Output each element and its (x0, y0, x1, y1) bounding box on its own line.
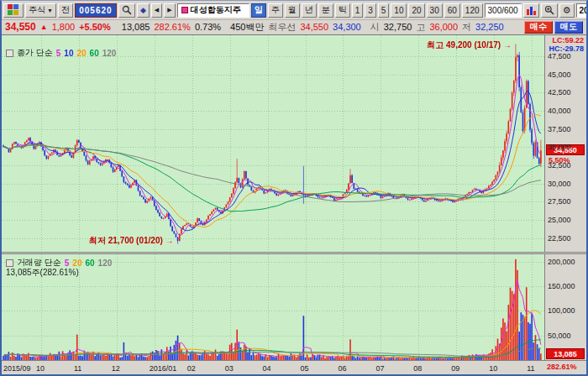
best-bid: 34,300 (333, 22, 361, 32)
time-axis-label: 09 (451, 364, 459, 373)
price-axis-label: 30,000 (548, 180, 571, 188)
annotation-low-arrow-icon: → (165, 236, 174, 245)
price-axis-label: 22,500 (548, 234, 571, 243)
price-axis-label: 32,500 (548, 161, 571, 170)
date-field[interactable]: 2016/11/18 (576, 3, 586, 18)
current-volume-pct: 282.61% (547, 363, 577, 371)
bar-count-field[interactable]: 300/600 (485, 3, 522, 18)
zoom-glyph (544, 5, 554, 15)
annotation-high-arrow-icon: → (503, 40, 512, 50)
lc-hc-readout: LC:59.22 HC:-29.78 (549, 36, 584, 53)
period-year-button[interactable]: 년 (302, 3, 317, 18)
stock-name-field[interactable]: 대성합동지주 (177, 3, 249, 18)
price-legend-title: 종가 단순 (17, 47, 53, 59)
price-change-pct: +5.50% (79, 22, 111, 32)
time-axis-label: 2016/01 (150, 364, 177, 373)
annotation-low-text: 최저 21,700 (01/20) (89, 236, 163, 245)
interval-120-button[interactable]: 120 (462, 3, 483, 18)
time-axis-label: 07 (375, 364, 384, 373)
time-axis-label: 11 (74, 364, 81, 373)
ma60-label: 60 (90, 49, 99, 58)
volume-axis-label: 100,000 (548, 306, 575, 315)
time-axis-label: 04 (263, 364, 271, 373)
interval-20-button[interactable]: 20 (408, 3, 424, 18)
current-price: 34,550 (5, 21, 36, 33)
stock-name-label: 대성합동지주 (191, 4, 241, 16)
volume-readout-text: 13,085주(282.61%) (6, 267, 79, 279)
time-axis: 2015/091011122016/0102030405060708091011 (2, 360, 586, 375)
vol-ma60-label: 60 (85, 258, 94, 268)
open-label: 시 (370, 21, 380, 34)
price-chart-canvas[interactable] (2, 35, 544, 252)
asset-type-select[interactable]: 주식 ▼ (25, 3, 56, 18)
price-change: 1,800 (52, 22, 76, 32)
period-month-button[interactable]: 월 (285, 3, 300, 18)
menu-grid-icon[interactable] (3, 3, 24, 18)
prev-stock-button[interactable]: 전 (58, 3, 73, 18)
zoom-in-icon[interactable] (541, 3, 558, 18)
time-axis-label: 03 (225, 364, 234, 373)
vol-ma20-label: 20 (72, 258, 81, 268)
turnover-ratio: 0.73% (195, 22, 221, 32)
period-day-button[interactable]: 일 (251, 3, 266, 18)
volume-readout: 13,085주(282.61%) (6, 267, 79, 279)
period-minute-button[interactable]: 분 (318, 3, 333, 18)
open-price: 32,750 (384, 22, 412, 32)
high-price: 36,000 (429, 22, 458, 32)
toolbar-right-group: ⚙ 2016/11/18 (523, 3, 586, 18)
interval-1-button[interactable]: 1 (352, 3, 364, 18)
ma120-label: 120 (102, 49, 117, 58)
current-volume-tag: 13,085 (546, 348, 585, 359)
annotation-low: 최저 21,700 (01/20) → (89, 235, 174, 247)
sell-button[interactable]: 매도 (554, 21, 583, 34)
price-axis: LC:59.22 HC:-29.78 34,550 5.50% 47,50045… (544, 35, 586, 252)
interval-10-button[interactable]: 10 (391, 3, 407, 18)
candles-glyph (527, 6, 536, 15)
volume-value: 13,085 (122, 22, 150, 32)
volume-axis-label: 50,000 (548, 332, 571, 340)
interval-30-button[interactable]: 30 (427, 3, 443, 18)
price-axis-label: 45,000 (548, 70, 571, 79)
price-axis-label: 25,000 (548, 216, 571, 224)
time-axis-label: 10 (489, 364, 497, 373)
up-arrow-icon: ▲ (40, 23, 48, 31)
price-axis-label: 27,500 (548, 197, 571, 206)
price-axis-label: 35,000 (548, 143, 571, 151)
lc-value: LC:59.22 (549, 36, 584, 44)
price-axis-label: 40,000 (548, 107, 571, 115)
quote-bar: 34,550 ▲ 1,800 +5.50% 13,085 282.61% 0.7… (2, 19, 586, 34)
buy-button[interactable]: 매수 (524, 21, 553, 34)
pane-menu-icon[interactable] (6, 50, 13, 57)
search-icon[interactable] (118, 3, 135, 18)
interval-60-button[interactable]: 60 (444, 3, 460, 18)
interval-3-button[interactable]: 3 (365, 3, 376, 18)
vol-ma5-label: 5 (65, 258, 70, 268)
volume-axis-label: 200,000 (548, 258, 575, 266)
interval-5-button[interactable]: 5 (378, 3, 390, 18)
stock-code-input[interactable] (75, 3, 117, 18)
gear-icon[interactable]: ⚙ (559, 3, 575, 18)
trade-value: 450백만 (230, 21, 264, 34)
volume-pane-menu-icon[interactable] (6, 259, 13, 267)
price-axis-label: 37,500 (548, 125, 571, 133)
annotation-high: 최고 49,200 (10/17) → (427, 39, 512, 51)
best-ask: 34,550 (300, 22, 328, 32)
asset-type-label: 주식 (29, 4, 45, 16)
volume-axis-label: 150,000 (548, 282, 575, 290)
next-arrow-button[interactable]: ▶ (164, 3, 175, 18)
low-price: 32,250 (475, 22, 504, 32)
chart-type-icon[interactable] (523, 3, 539, 18)
price-axis-label: 47,500 (548, 52, 571, 60)
stock-chart-window: 주식 ▼ 전 ◆ ◀ ▶ 대성합동지주 일 주 월 년 분 틱 1 3 5 10… (0, 0, 588, 376)
prev-arrow-button[interactable]: ◀ (151, 3, 162, 18)
vol-ma120-label: 120 (98, 258, 113, 268)
period-tick-button[interactable]: 틱 (335, 3, 350, 18)
volume-chart-canvas[interactable] (2, 254, 544, 360)
time-axis-label: 02 (187, 364, 196, 373)
ma20-label: 20 (76, 49, 86, 58)
alarm-icon[interactable]: ◆ (137, 3, 150, 18)
main-toolbar: 주식 ▼ 전 ◆ ◀ ▶ 대성합동지주 일 주 월 년 분 틱 1 3 5 10… (2, 1, 586, 19)
low-label: 저 (462, 21, 471, 34)
chevron-down-icon: ▼ (47, 8, 53, 13)
period-week-button[interactable]: 주 (268, 3, 283, 18)
